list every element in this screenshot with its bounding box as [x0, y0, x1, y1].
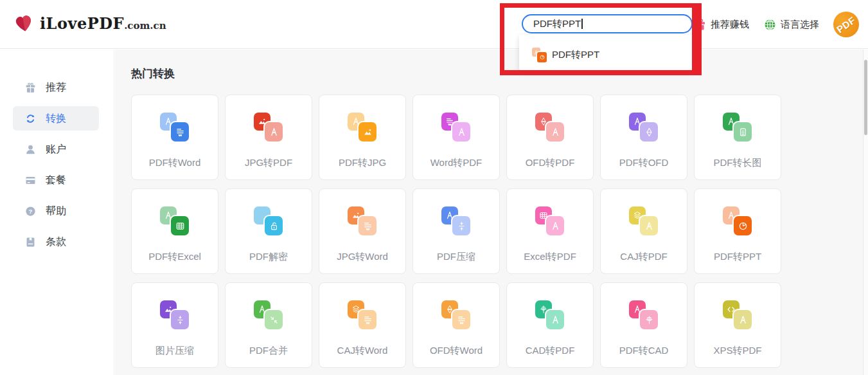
- logo-brand: iLovePDF: [40, 14, 124, 33]
- scrollbar-thumb[interactable]: [864, 60, 867, 135]
- logo-text: iLovePDF.com.cn: [40, 14, 166, 33]
- tool-card-PDF转Word[interactable]: PDF转Word: [131, 95, 218, 180]
- tool-card-OFD转Word[interactable]: OFD转Word: [412, 282, 500, 368]
- tool-icon: [441, 300, 471, 330]
- tool-card-PDF合并[interactable]: PDF合并: [225, 282, 312, 368]
- logo-suffix: .com.cn: [124, 20, 166, 32]
- user-avatar[interactable]: PDF: [833, 12, 859, 37]
- svg-text:?: ?: [29, 207, 33, 214]
- suggestion-label: PDF转PPT: [552, 49, 599, 61]
- terms-icon: [24, 236, 37, 248]
- tool-icon: [254, 113, 283, 142]
- tool-icon: [254, 206, 283, 236]
- header: iLovePDF.com.cn 推荐赚钱 语言选择: [0, 0, 868, 49]
- referral-label: 推荐赚钱: [711, 19, 749, 31]
- tool-icon: [535, 113, 565, 142]
- compress-glyph: [171, 310, 189, 329]
- compress-glyph: [452, 216, 470, 235]
- pdf-glyph: [546, 310, 564, 329]
- text-caret: [581, 19, 583, 29]
- tool-card-PDF转CAD[interactable]: PDF转CAD: [600, 282, 687, 368]
- referral-link[interactable]: 推荐赚钱: [693, 18, 749, 32]
- tool-icon: [441, 113, 471, 142]
- word-glyph: [359, 310, 376, 329]
- sidebar-item-label: 帮助: [46, 205, 66, 218]
- tool-card-Excel转PDF[interactable]: Excel转PDF: [506, 188, 594, 274]
- tool-icon: [160, 300, 190, 330]
- tool-label: PDF转长图: [714, 157, 762, 169]
- tool-card-Word转PDF[interactable]: Word转PDF: [412, 95, 500, 180]
- tool-card-图片压缩[interactable]: 图片压缩: [131, 282, 218, 368]
- tool-label: PDF转JPG: [339, 157, 386, 169]
- word-glyph: [359, 216, 376, 235]
- tool-card-JPG转Word[interactable]: JPG转Word: [319, 188, 406, 274]
- pdf-glyph: [734, 310, 752, 329]
- tool-card-JPG转PDF[interactable]: JPG转PDF: [225, 95, 312, 180]
- suggestion-item[interactable]: PDF转PPT: [519, 35, 694, 62]
- tool-card-PDF转JPG[interactable]: PDF转JPG: [319, 95, 406, 180]
- sidebar-item-user[interactable]: 账户: [13, 137, 99, 161]
- search-suggestions-dropdown: PDF转PPT: [519, 35, 694, 71]
- tool-label: PDF压缩: [437, 251, 475, 263]
- tool-card-OFD转PDF[interactable]: OFD转PDF: [506, 95, 594, 180]
- globe-icon: [763, 18, 777, 32]
- tool-icon: [348, 113, 377, 142]
- merge-glyph: [265, 310, 283, 329]
- tool-card-CAJ转Word[interactable]: CAJ转Word: [319, 282, 406, 368]
- sidebar-item-label: 条款: [46, 235, 66, 249]
- language-label: 语言选择: [781, 19, 819, 31]
- sidebar-nav: 推荐 转换 账户 套餐 ? 帮助 条款: [0, 75, 114, 254]
- tool-label: OFD转Word: [430, 345, 483, 357]
- sidebar-item-label: 账户: [46, 143, 66, 156]
- tool-card-PDF转长图[interactable]: PDF转长图: [694, 95, 781, 180]
- tool-card-CAJ转PDF[interactable]: CAJ转PDF: [600, 188, 687, 274]
- tool-icon: [348, 300, 377, 330]
- sidebar-item-card[interactable]: 套餐: [13, 168, 99, 192]
- unlock-glyph: [265, 216, 283, 235]
- search-input[interactable]: PDF转PPT: [522, 14, 693, 33]
- tool-icon: [441, 206, 471, 236]
- longimg-glyph: [734, 122, 752, 142]
- tool-icon: [254, 300, 283, 330]
- sidebar-item-help[interactable]: ? 帮助: [13, 199, 99, 223]
- tool-card-CAD转PDF[interactable]: CAD转PDF: [506, 282, 594, 368]
- tool-label: JPG转PDF: [245, 157, 292, 169]
- tool-card-PDF转OFD[interactable]: PDF转OFD: [600, 95, 687, 180]
- pdf-glyph: [546, 216, 564, 235]
- tool-icon: [723, 206, 752, 236]
- tool-label: PDF转Excel: [148, 251, 201, 263]
- tool-card-PDF转PPT[interactable]: PDF转PPT: [694, 188, 781, 274]
- page-title: 热门转换: [131, 66, 863, 81]
- pdf-to-ppt-icon: [532, 48, 547, 62]
- tools-grid: PDF转Word JPG转PDF PDF转JPG Word转PDF OFD转PD…: [131, 95, 863, 375]
- site-logo[interactable]: iLovePDF.com.cn: [13, 12, 166, 34]
- tool-label: XPS转PDF: [713, 345, 761, 357]
- tool-card-XPS转PDF[interactable]: XPS转PDF: [694, 282, 781, 368]
- sidebar: 推荐 转换 账户 套餐 ? 帮助 条款: [0, 50, 114, 375]
- tool-icon: [160, 113, 190, 142]
- tool-card-PDF压缩[interactable]: PDF压缩: [412, 188, 500, 274]
- convert-icon: [24, 113, 37, 125]
- tool-label: PDF转CAD: [619, 345, 669, 357]
- tool-icon: [535, 206, 565, 236]
- tool-label: Word转PDF: [430, 157, 483, 169]
- sidebar-item-convert[interactable]: 转换: [13, 106, 99, 131]
- tool-icon: [535, 300, 565, 330]
- pdf-glyph: [452, 122, 470, 142]
- tool-label: JPG转Word: [337, 251, 388, 263]
- sidebar-item-terms[interactable]: 条款: [13, 230, 99, 254]
- tool-label: PDF转Word: [149, 157, 201, 169]
- tool-icon: [629, 113, 659, 142]
- tool-card-PDF转Excel[interactable]: PDF转Excel: [131, 188, 218, 274]
- user-icon: [24, 143, 37, 156]
- image-glyph: [359, 122, 376, 142]
- sidebar-item-gift[interactable]: 推荐: [13, 75, 99, 100]
- search-value: PDF转PPT: [533, 18, 581, 30]
- tool-label: PDF合并: [249, 345, 288, 357]
- sidebar-item-label: 转换: [46, 112, 66, 125]
- language-select[interactable]: 语言选择: [763, 18, 819, 32]
- tool-label: CAJ转PDF: [620, 251, 667, 263]
- tool-icon: [160, 206, 190, 236]
- tool-card-PDF解密[interactable]: PDF解密: [225, 188, 312, 274]
- tool-label: 图片压缩: [155, 345, 194, 357]
